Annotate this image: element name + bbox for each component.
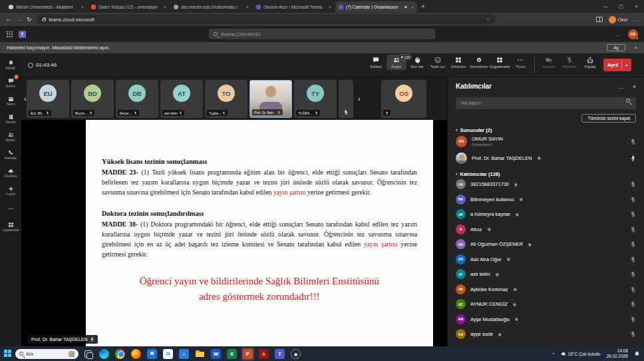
teams-search[interactable] <box>209 29 435 39</box>
teams-search-input[interactable] <box>221 32 430 37</box>
app-launcher-icon[interactable] <box>6 31 13 37</box>
mic-muted-icon[interactable] <box>630 331 636 337</box>
enable-notifications-button[interactable]: Aç <box>607 44 625 51</box>
participant-row[interactable]: AC AYNUR CENGİZ <box>456 297 636 312</box>
active-speaker-video-tile[interactable]: Prof. Dr. Bah... <box>249 80 292 118</box>
rail-item-teams[interactable]: Ekipler <box>0 128 21 146</box>
mic-muted-icon[interactable] <box>630 301 636 307</box>
rail-item-assignments[interactable]: Ödevler <box>0 110 21 128</box>
notification-bell-icon[interactable] <box>634 351 640 357</box>
minimize-button[interactable]: — <box>598 0 613 13</box>
participant-row[interactable]: AK a hümeyra kaynar <box>456 207 636 222</box>
refresh-icon[interactable]: ↻ <box>27 16 32 23</box>
mic-muted-icon[interactable] <box>630 226 636 232</box>
participant-search-input[interactable] <box>456 97 636 109</box>
video-tile[interactable]: BD Beyza ... <box>71 80 114 118</box>
presenters-section-header[interactable]: ▾ Sunucular (2) <box>456 127 636 133</box>
self-view-tile[interactable]: OS <box>381 80 426 118</box>
participant-row[interactable]: AT aslı tekin <box>456 267 636 282</box>
maximize-button[interactable]: ▢ <box>613 0 629 13</box>
presenter-row[interactable]: Prof. Dr. Bahar TAŞDELEN <box>456 150 636 167</box>
excel-icon[interactable]: X <box>226 348 238 360</box>
hidden-icons-chevron[interactable]: ^ <box>552 352 554 356</box>
controls-button[interactable]: Denetimler <box>469 55 489 70</box>
acrobat-icon[interactable]: A <box>257 348 270 360</box>
task-view-button[interactable] <box>82 348 94 360</box>
file-explorer-icon[interactable] <box>194 348 206 360</box>
back-icon[interactable]: ← <box>5 16 11 23</box>
mic-muted-icon[interactable] <box>630 196 636 202</box>
mic-muted-icon[interactable] <box>630 256 636 262</box>
apps-button[interactable]: Uygulamalar <box>490 55 510 70</box>
favorite-star-icon[interactable]: ☆ <box>486 17 490 22</box>
taskbar-clock[interactable]: 14:08 26.02.2026 <box>606 348 628 359</box>
panel-close-icon[interactable]: × <box>633 83 636 90</box>
presenter-row[interactable]: OS OMUR SAYIN Düzenleyici <box>456 133 636 150</box>
mute-all-button[interactable]: Tümünün sesini kapat <box>581 114 636 123</box>
obs-icon[interactable]: ◉ <box>289 348 302 360</box>
powerpoint-icon-active[interactable]: P <box>242 348 254 360</box>
more-button[interactable]: Tümü <box>510 55 530 70</box>
react-button[interactable]: Tepki ver <box>428 55 448 70</box>
firefox-icon[interactable] <box>130 348 142 360</box>
video-tile[interactable]: AT aslı tekin <box>160 80 203 118</box>
mic-muted-icon[interactable] <box>630 181 636 187</box>
tab-close-icon[interactable]: × <box>81 5 84 9</box>
rail-item-more[interactable] <box>0 200 21 218</box>
filmstrip-scroll-left-icon[interactable]: ‹ <box>21 92 29 105</box>
user-avatar[interactable]: OS <box>628 29 638 39</box>
chat-button[interactable]: Sohbet <box>366 55 386 70</box>
rail-item-activity[interactable]: Etkinlik <box>0 56 21 74</box>
tab-teams-calendar-active[interactable]: (7) Calendar | Oryantasyon × <box>335 1 417 13</box>
share-button[interactable]: Paylaş <box>580 55 600 70</box>
word-icon[interactable]: W <box>210 348 222 360</box>
mail-icon[interactable]: ✉ <box>146 348 158 360</box>
tab-close-icon[interactable]: × <box>246 5 249 9</box>
forward-icon[interactable]: → <box>16 16 22 23</box>
taskbar-search[interactable]: Ara <box>15 349 79 359</box>
rail-item-calls[interactable]: Aramalar <box>0 146 21 164</box>
store-icon[interactable]: ⌂ <box>178 348 190 360</box>
tab-mersin-universitesi[interactable]: Mersin Üniversitesi - Akademi × <box>5 1 87 13</box>
rail-item-copilot[interactable]: Copilot <box>0 182 21 200</box>
participant-search[interactable] <box>456 95 636 109</box>
participant-row[interactable]: AS ayşe sude <box>456 327 636 342</box>
video-tile[interactable]: DB Derya ... <box>116 80 158 118</box>
split-screen-icon[interactable] <box>596 17 603 22</box>
camera-button[interactable]: Kamera <box>539 55 559 70</box>
raise-hand-button[interactable]: Söz iste <box>407 55 427 70</box>
video-tile-partial[interactable] <box>339 80 353 118</box>
tab-teams-signin[interactable]: Oturum Açın | Microsoft Teams × <box>253 1 335 13</box>
calendar-icon[interactable]: 26 <box>162 348 174 360</box>
dismiss-notification-icon[interactable]: × <box>634 45 637 51</box>
video-tile[interactable]: TO Tugba... <box>205 80 247 118</box>
attendees-section-header[interactable]: ▾ Katılımcılar (128) <box>456 171 636 177</box>
browser-menu-icon[interactable]: … <box>633 17 639 23</box>
rail-item-apps[interactable]: Uygulamalar <box>0 218 21 236</box>
participant-row[interactable]: AÖ Ali Oğuzhan ÖZŞENER <box>456 237 636 252</box>
tab-close-icon[interactable]: × <box>329 5 331 9</box>
url-bar[interactable]: teams.cloud.microsoft ☆ <box>37 15 496 24</box>
more-options-icon[interactable]: … <box>616 31 621 37</box>
teams-icon[interactable]: T <box>273 348 286 360</box>
participant-row[interactable]: AK Aybüke Korkmaz <box>456 282 636 297</box>
panel-more-icon[interactable]: … <box>618 83 624 90</box>
leave-button[interactable]: Ayrıl ▾ <box>603 59 631 71</box>
rail-item-chat[interactable]: Sohbet 2 <box>0 74 21 92</box>
tab-close-icon[interactable]: × <box>164 5 166 9</box>
participant-row[interactable]: AO Aslı Atra Oğur <box>456 252 636 267</box>
chrome-icon[interactable] <box>114 348 126 360</box>
participant-row[interactable]: A Afroz <box>456 222 636 237</box>
start-button[interactable] <box>4 350 12 358</box>
video-tile[interactable]: EU Ecz. Bil... <box>27 80 69 118</box>
tab-audio-icon[interactable] <box>404 5 408 9</box>
view-button[interactable]: Görünüm <box>448 55 468 70</box>
new-tab-button[interactable]: + <box>421 3 425 10</box>
participant-row[interactable]: BK Bilinmeyen kullanıcı <box>456 192 636 207</box>
edge-icon[interactable] <box>98 348 110 360</box>
weather-widget[interactable]: 15°C Çok bulutlu <box>561 351 601 356</box>
mic-muted-icon[interactable] <box>630 286 636 292</box>
tab-webmail-inbox[interactable]: Gelen Kutusu (12) - omursayin × <box>88 1 170 13</box>
mic-muted-icon[interactable] <box>630 271 636 277</box>
mic-button[interactable]: Mikrofon <box>560 55 579 70</box>
